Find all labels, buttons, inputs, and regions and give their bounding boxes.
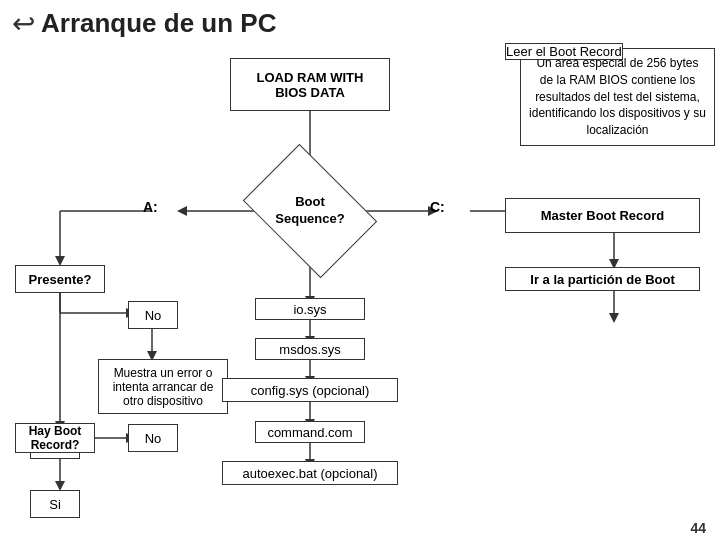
- msdos-sys-box: msdos.sys: [255, 338, 365, 360]
- c-label: C:: [430, 199, 445, 215]
- leer-boot-box: Leer el Boot Record: [505, 43, 623, 60]
- autoexec-box: autoexec.bat (opcional): [222, 461, 398, 485]
- master-boot-box: Master Boot Record: [505, 198, 700, 233]
- info-box: Un área especial de 256 bytes de la RAM …: [520, 48, 715, 146]
- ir-particion-box: Ir a la partición de Boot: [505, 267, 700, 291]
- page-number: 44: [690, 520, 706, 536]
- command-com-box: command.com: [255, 421, 365, 443]
- boot-sequence-label: BootSequence?: [275, 194, 344, 228]
- hay-boot-box: Hay Boot Record?: [15, 423, 95, 453]
- si2-box: Si: [30, 490, 80, 518]
- svg-marker-3: [177, 206, 187, 216]
- svg-marker-14: [609, 313, 619, 323]
- diagram-area: Un área especial de 256 bytes de la RAM …: [0, 43, 720, 533]
- io-sys-box: io.sys: [255, 298, 365, 320]
- no2-box: No: [128, 424, 178, 452]
- load-ram-box: LOAD RAM WITH BIOS DATA: [230, 58, 390, 111]
- info-text: Un área especial de 256 bytes de la RAM …: [529, 56, 706, 137]
- logo-icon: ↩: [12, 10, 35, 38]
- a-label: A:: [143, 199, 158, 215]
- page-header: ↩ Arranque de un PC: [0, 0, 720, 43]
- boot-sequence-diamond: BootSequence?: [255, 171, 365, 251]
- config-sys-box: config.sys (opcional): [222, 378, 398, 402]
- presente-box: Presente?: [15, 265, 105, 293]
- muestra-error-box: Muestra un error o intenta arrancar de o…: [98, 359, 228, 414]
- no1-box: No: [128, 301, 178, 329]
- page-title: Arranque de un PC: [41, 8, 276, 39]
